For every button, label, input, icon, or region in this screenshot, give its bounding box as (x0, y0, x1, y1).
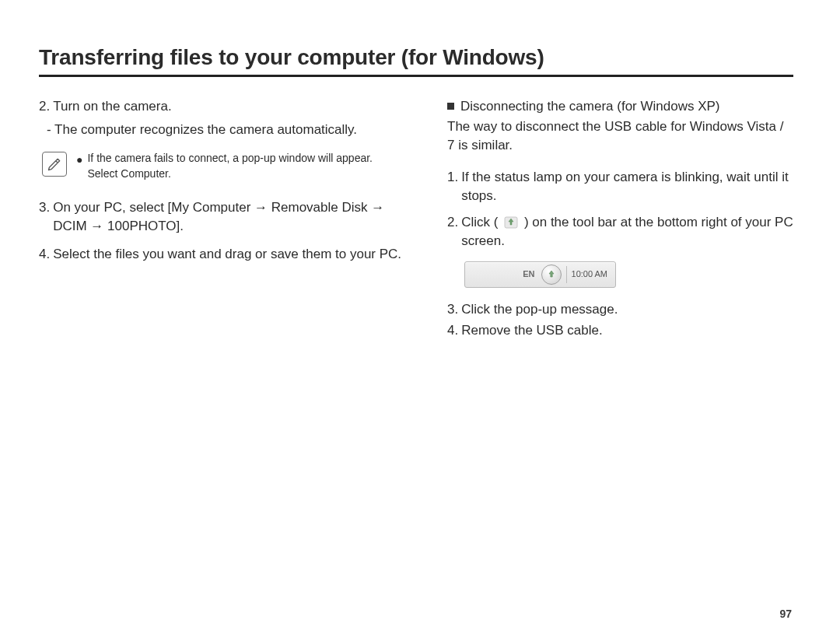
note-line-2: Select Computer. (87, 167, 170, 180)
manual-page: Transferring files to your computer (for… (0, 0, 840, 634)
step-2: 2. Turn on the camera. (39, 97, 404, 116)
note-text: ● If the camera fails to connect, a pop-… (76, 150, 401, 182)
step-number: 4. (39, 245, 53, 264)
step-2-before: Click ( (461, 215, 498, 229)
step-text: Select the files you want and drag or sa… (53, 245, 404, 264)
step-3: 3. On your PC, select [My Computer → Rem… (39, 198, 404, 236)
step-text: Turn on the camera. (53, 97, 404, 116)
step-number: 4. (447, 321, 461, 340)
disconnect-sub: The way to disconnect the USB cable for … (447, 117, 793, 155)
note-box: ● If the camera fails to connect, a pop-… (39, 150, 404, 182)
step-text: Remove the USB cable. (461, 321, 793, 340)
disconnect-step-2: 2. Click ( ) on the tool bar at the bott… (447, 213, 793, 250)
pencil-icon (42, 152, 67, 177)
page-number: 97 (779, 608, 792, 620)
taskbar-tray-image: EN 10:00 AM (464, 261, 616, 288)
tray-eject-icon (541, 264, 562, 285)
step-text: If the status lamp on your camera is bli… (461, 168, 793, 205)
step-number: 2. (447, 213, 461, 250)
disconnect-heading: Disconnecting the camera (for Windows XP… (447, 97, 793, 116)
tray-clock: 10:00 AM (572, 268, 615, 280)
step-4: 4. Select the files you want and drag or… (39, 245, 404, 264)
step-number: 1. (447, 168, 461, 205)
step-number: 2. (39, 97, 53, 116)
left-column: 2. Turn on the camera. The computer reco… (39, 97, 404, 343)
usb-eject-icon (504, 215, 518, 228)
disconnect-step-1: 1. If the status lamp on your camera is … (447, 168, 793, 205)
step-number: 3. (39, 198, 53, 236)
square-bullet-icon (447, 103, 454, 110)
step-text: Click the pop-up message. (461, 300, 793, 319)
step-text: Click ( ) on the tool bar at the bottom … (461, 213, 793, 250)
disconnect-step-4: 4. Remove the USB cable. (447, 321, 793, 340)
disconnect-heading-text: Disconnecting the camera (for Windows XP… (460, 99, 720, 114)
content-columns: 2. Turn on the camera. The computer reco… (39, 97, 793, 343)
tray-language: EN (516, 268, 541, 280)
step-2-sub: The computer recognizes the camera autom… (39, 121, 404, 139)
step-number: 3. (447, 300, 461, 319)
note-line-1: If the camera fails to connect, a pop-up… (87, 152, 373, 164)
right-column: Disconnecting the camera (for Windows XP… (447, 97, 793, 343)
tray-divider (566, 266, 567, 283)
disconnect-step-3: 3. Click the pop-up message. (447, 300, 793, 319)
bullet-icon: ● (76, 150, 82, 182)
step-text: On your PC, select [My Computer → Remova… (53, 198, 404, 236)
page-title: Transferring files to your computer (for… (39, 45, 793, 77)
